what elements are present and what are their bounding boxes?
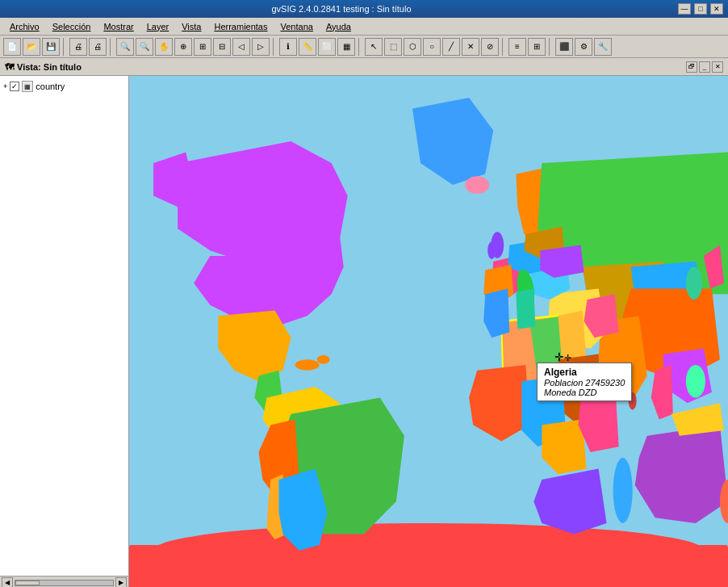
scroll-track[interactable] [15, 580, 114, 586]
print2-button[interactable]: 🖨 [89, 38, 107, 56]
svg-point-2 [153, 523, 704, 578]
toolbar-sep-6 [549, 38, 552, 56]
window-controls: — □ ✕ [678, 3, 723, 15]
menu-vista[interactable]: Vista [175, 20, 207, 33]
layer-name: country [36, 82, 65, 91]
toolbar-sep-4 [358, 38, 362, 56]
svg-point-10 [613, 458, 633, 523]
tool-btn5[interactable]: ⬛ [555, 38, 573, 56]
menu-herramientas[interactable]: Herramientas [207, 20, 274, 33]
toc-expand-icon[interactable]: + [3, 82, 7, 90]
pan-button[interactable]: ✋ [155, 38, 173, 56]
toolbar-sep-3 [273, 38, 276, 56]
zoom-extent-button[interactable]: ⊕ [174, 38, 192, 56]
window-title: gvSIG 2.4.0.2841 testing : Sin título [5, 4, 678, 14]
map-area[interactable]: ✛ Algeria Poblacion 27459230 Moneda DZD [129, 76, 728, 587]
select-poly-button[interactable]: ⬡ [404, 38, 421, 56]
titlebar: gvSIG 2.4.0.2841 testing : Sin título — … [0, 0, 728, 18]
menubar: Archivo Selección Mostrar Layer Vista He… [0, 18, 728, 36]
new-button[interactable]: 📄 [3, 38, 21, 56]
zoom-out-button[interactable]: 🔍 [136, 38, 153, 56]
menu-mostrar[interactable]: Mostrar [97, 20, 140, 33]
zoom-layer-button[interactable]: ⊞ [194, 38, 211, 56]
tooltip-row1: Poblacion 27459230 [544, 378, 625, 388]
print-button[interactable]: 🖨 [69, 38, 87, 56]
layer-checkbox[interactable] [10, 82, 19, 91]
toolbar: 📄 📂 💾 🖨 🖨 🔍 🔍 ✋ ⊕ ⊞ ⊟ ◁ ▷ ℹ 📏 ⬜ ▦ ↖ ⬚ ⬡ … [0, 36, 728, 58]
main-area: + ▦ country ◀ ▶ [0, 76, 728, 587]
world-map-svg [129, 76, 728, 587]
toc-scrollbar[interactable]: ◀ ▶ [0, 576, 128, 587]
zoom-next-button[interactable]: ▷ [252, 38, 270, 56]
zoom-in-button[interactable]: 🔍 [116, 38, 134, 56]
tool-btn3[interactable]: ⬜ [318, 38, 336, 56]
layer-btn1[interactable]: ≡ [508, 38, 526, 56]
svg-point-4 [317, 355, 330, 364]
tooltip-row2: Moneda DZD [544, 388, 625, 397]
menu-layer[interactable]: Layer [140, 20, 176, 33]
vista-icon: 🗺 [5, 62, 14, 72]
maximize-button[interactable]: □ [694, 3, 707, 15]
menu-ventana[interactable]: Ventana [274, 20, 320, 33]
svg-point-3 [295, 359, 320, 371]
menu-archivo[interactable]: Archivo [3, 20, 46, 33]
tool-btn4[interactable]: ▦ [337, 38, 355, 56]
select-invert-button[interactable]: ⊘ [481, 38, 499, 56]
vista-window-controls: 🗗 _ ✕ [686, 61, 723, 73]
feature-tooltip: Algeria Poblacion 27459230 Moneda DZD [537, 363, 632, 401]
vista-restore-button[interactable]: 🗗 [686, 61, 697, 73]
vista-close-button[interactable]: ✕ [712, 61, 723, 73]
info-button[interactable]: ℹ [279, 38, 297, 56]
scroll-thumb[interactable] [15, 581, 40, 585]
measure-button[interactable]: 📏 [299, 38, 316, 56]
zoom-selection-button[interactable]: ⊟ [213, 38, 231, 56]
layer-btn2[interactable]: ⊞ [528, 38, 546, 56]
select-rect-button[interactable]: ⬚ [384, 38, 402, 56]
select-button[interactable]: ↖ [365, 38, 383, 56]
toolbar-sep-2 [110, 38, 113, 56]
tooltip-title: Algeria [544, 367, 625, 378]
toc-content: + ▦ country [0, 76, 128, 576]
save-button[interactable]: 💾 [42, 38, 60, 56]
vista-title-area: 🗺 Vista: Sin título [5, 62, 82, 72]
content-area: + ▦ country ◀ ▶ [0, 76, 728, 587]
toc-layer-row: + ▦ country [3, 79, 125, 94]
layer-type-icon: ▦ [22, 81, 33, 92]
menu-seleccion[interactable]: Selección [46, 20, 98, 33]
svg-point-6 [487, 241, 496, 259]
toolbar-sep-1 [63, 38, 66, 56]
scroll-left-arrow[interactable]: ◀ [2, 577, 13, 588]
select-circle-button[interactable]: ○ [423, 38, 441, 56]
toolbar-sep-5 [502, 38, 505, 56]
tool-btn7[interactable]: 🔧 [594, 38, 612, 56]
toc-panel: + ▦ country ◀ ▶ [0, 76, 129, 587]
open-button[interactable]: 📂 [23, 38, 40, 56]
zoom-prev-button[interactable]: ◁ [232, 38, 250, 56]
svg-point-7 [465, 176, 489, 194]
close-button[interactable]: ✕ [710, 3, 723, 15]
minimize-button[interactable]: — [678, 3, 691, 15]
menu-ayuda[interactable]: Ayuda [320, 20, 358, 33]
tool-btn6[interactable]: ⚙ [575, 38, 592, 56]
vista-header: 🗺 Vista: Sin título 🗗 _ ✕ [0, 58, 728, 76]
svg-point-8 [686, 266, 702, 300]
vista-minimize-button[interactable]: _ [699, 61, 710, 73]
deselect-button[interactable]: ✕ [462, 38, 479, 56]
svg-point-12 [686, 365, 705, 398]
scroll-right-arrow[interactable]: ▶ [115, 577, 127, 588]
vista-title-text: Vista: Sin título [17, 62, 82, 72]
select-line-button[interactable]: ╱ [442, 38, 460, 56]
